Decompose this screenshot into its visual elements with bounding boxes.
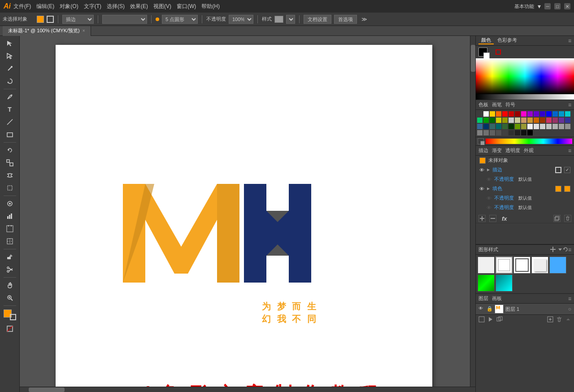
stroke-input[interactable] [102,15,147,24]
scissors-tool[interactable] [3,264,17,275]
palette-color-cell[interactable] [539,111,546,117]
palette-color-cell[interactable] [533,117,539,123]
gs-item-teal[interactable] [496,274,513,292]
layer-lock-icon[interactable]: 🔒 [487,306,493,312]
menu-help[interactable]: 帮助(H) [201,3,220,10]
direct-selection-tool[interactable] [3,50,17,62]
object-color-box[interactable] [479,157,486,164]
palette-color-cell[interactable] [521,130,527,136]
symbols-tab[interactable]: 符号 [505,101,515,108]
appearance-menu[interactable]: ≡ [568,148,571,154]
palette-color-cell[interactable] [496,130,502,136]
menu-edit[interactable]: 编辑(E) [36,3,54,10]
opacity1-label[interactable]: 不透明度 [494,176,514,183]
hscrollbar-thumb[interactable] [29,388,65,392]
palette-color-cell[interactable] [496,123,502,130]
copy-appearance-icon[interactable] [553,215,561,222]
delete-stroke-icon[interactable] [489,215,496,222]
gs-item-default[interactable] [478,257,495,274]
layer-row[interactable]: 👁 🔒 图层 1 ○ [476,304,574,314]
workspace-mode[interactable]: 基本功能 [514,3,534,10]
style-select[interactable] [286,15,295,24]
palette-color-cell[interactable] [477,130,483,136]
palette-color-cell[interactable] [502,123,508,130]
gs-add-icon[interactable] [550,247,556,253]
palette-color-cell[interactable] [508,111,514,117]
opacity2-label[interactable]: 不透明度 [494,195,514,201]
eye-icon1[interactable]: 👁 [479,167,484,173]
tab-close-button[interactable]: × [83,28,85,33]
palette-color-cell[interactable] [558,123,565,130]
palette-color-cell[interactable] [496,111,502,117]
gs-arrow[interactable] [557,247,563,253]
palette-color-cell[interactable] [565,123,571,130]
stroke-box[interactable] [10,314,16,320]
palette-color-cell[interactable] [508,123,514,130]
canvas-hscrollbar[interactable] [20,387,475,392]
stroke-tab[interactable]: 描边 [478,147,488,154]
gradient-tab[interactable]: 渐变 [492,147,502,154]
palette-color-cell[interactable] [477,123,483,130]
gs-item-shadow[interactable] [531,257,548,274]
layer-eye-icon[interactable]: 👁 [478,306,485,312]
layers-bottom-icon1[interactable] [478,316,485,324]
line-tool[interactable] [3,116,17,128]
palette-color-cell[interactable] [489,130,496,136]
palette-color-cell[interactable] [527,123,533,130]
fill-checkbox[interactable] [564,186,570,192]
menu-type[interactable]: 文字(T) [84,3,101,10]
palette-color-cell[interactable] [508,117,514,123]
preferences-button[interactable]: 首选项 [334,15,357,24]
palette-color-cell[interactable] [502,117,508,123]
maximize-button[interactable]: □ [554,3,561,9]
eye-icon3[interactable]: 👁 [479,186,484,192]
gs-item-green[interactable] [478,274,495,292]
color-ref-tab[interactable]: 色彩参考 [495,37,520,44]
palette-color-cell[interactable] [483,117,489,123]
palette-color-cell[interactable] [483,130,489,136]
magic-wand-tool[interactable] [3,63,17,74]
gs-menu[interactable]: ≡ [568,247,571,253]
color-tab[interactable]: 颜色 [478,37,494,44]
background-color[interactable] [483,52,490,59]
palette-color-cell[interactable] [477,111,483,117]
canvas-scroll[interactable]: 为 梦 而 生 幻 我 不 同 A i 鱼 形 文 字 制 作 教 程 [20,36,475,392]
opacity3-label[interactable]: 不透明度 [494,204,514,211]
swatches-tab[interactable]: 色板 [478,101,488,108]
layer-thumb-icon[interactable] [496,316,503,324]
lasso-tool[interactable] [3,75,17,87]
palette-color-cell[interactable] [533,123,539,130]
no-color-icon[interactable] [496,49,501,55]
palette-menu[interactable]: ≡ [568,102,571,108]
point-shape-select[interactable]: 5 点圆形 [162,15,198,24]
palette-color-cell[interactable] [527,117,533,123]
palette-color-cell[interactable] [558,117,565,123]
palette-color-cell[interactable] [521,123,527,130]
foreground-color[interactable] [478,48,487,57]
eraser-tool[interactable] [3,251,17,263]
palette-spectrum[interactable] [486,139,572,144]
gray-gradient-bar[interactable] [476,94,574,100]
slice-tool[interactable] [3,235,17,247]
free-transform-tool[interactable] [3,182,17,194]
palette-color-cell[interactable] [546,111,552,117]
palette-color-cell[interactable] [558,111,565,117]
workspace-arrow[interactable]: ▾ [538,3,541,10]
palette-color-cell[interactable] [489,111,496,117]
layer-target-icon[interactable]: ○ [568,306,571,312]
palette-color-cell[interactable] [502,111,508,117]
layers-menu[interactable]: ≡ [568,296,571,302]
selection-tool[interactable] [3,38,17,49]
palette-color-cell[interactable] [483,111,489,117]
palette-color-cell[interactable] [514,111,521,117]
canvas-vscrollbar[interactable] [470,36,475,392]
fx-button[interactable]: fx [502,215,507,222]
stroke-label[interactable]: 描边 [492,166,502,173]
fill-label[interactable]: 填色 [492,185,502,192]
menu-window[interactable]: 窗口(W) [177,3,196,10]
palette-color-cell[interactable] [539,117,546,123]
palette-color-cell[interactable] [521,117,527,123]
color-gradient-picker[interactable] [476,58,574,94]
zoom-tool[interactable] [3,292,17,304]
add-stroke-icon[interactable] [478,215,486,222]
